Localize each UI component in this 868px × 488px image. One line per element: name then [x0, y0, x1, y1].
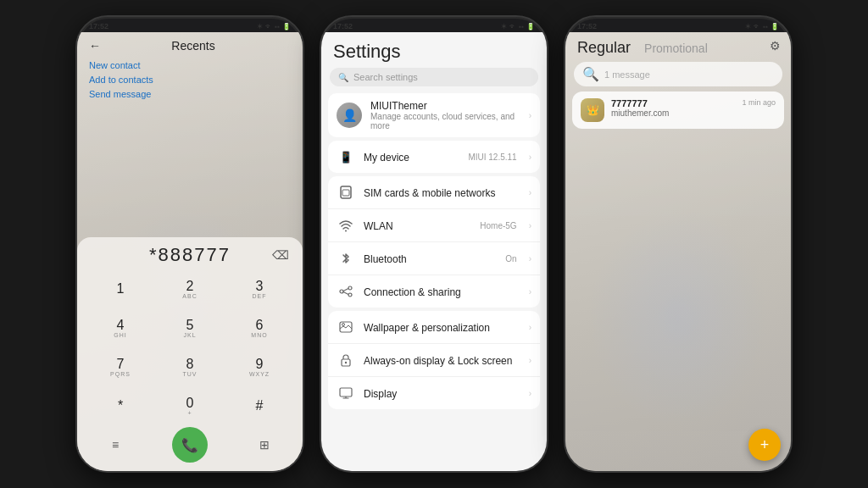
recents-title: Recents [108, 39, 279, 53]
sim-item[interactable]: SIM cards & mobile networks › [328, 176, 540, 209]
messages-tabs: Regular Promotional [565, 32, 791, 62]
dial-key-4[interactable]: 4 GHI [87, 310, 153, 346]
profile-section: 👤 MIUIThemer Manage accounts, cloud serv… [328, 93, 540, 137]
svg-point-2 [345, 230, 347, 232]
personalization-section: Wallpaper & personalization › Always-on … [328, 311, 540, 409]
wlan-text: WLAN [364, 218, 471, 233]
tab-regular[interactable]: Regular [577, 39, 631, 57]
dial-key-0[interactable]: 0 + [157, 388, 223, 424]
my-device-item[interactable]: 📱 My device MIUI 12.5.11 › [328, 141, 540, 173]
dialpad-button[interactable]: ⊞ [250, 430, 279, 459]
tab-promotional[interactable]: Promotional [644, 42, 708, 55]
device-text: My device [364, 149, 459, 164]
compose-button[interactable]: + [748, 429, 781, 461]
profile-sub: Manage accounts, cloud services, and mor… [370, 112, 520, 130]
display-icon [337, 384, 355, 402]
dial-key-5[interactable]: 5 JKL [157, 310, 223, 346]
chevron-icon: › [529, 287, 531, 297]
wallpaper-item[interactable]: Wallpaper & personalization › [328, 311, 540, 344]
lock-icon [337, 351, 355, 369]
new-contact-link[interactable]: New contact [89, 59, 291, 71]
display-item[interactable]: Display › [328, 377, 540, 409]
device-value: MIUI 12.5.11 [468, 152, 516, 162]
time-2: 17:52 [333, 22, 353, 30]
connection-item[interactable]: Connection & sharing › [328, 275, 540, 308]
dialer-area: *888777 ⌫ 1 2 ABC 3 DEF [77, 237, 303, 471]
status-bar-3: 17:52 ✶ ᯤ ▪▪ 🔋 [565, 17, 791, 32]
svg-line-6 [343, 289, 348, 291]
chevron-icon: › [529, 152, 531, 162]
settings-search[interactable]: 🔍 Search settings [330, 68, 538, 86]
send-message-link[interactable]: Send message [89, 88, 291, 100]
status-icons-1: ✶ ᯤ ▪▪ 🔋 [257, 23, 291, 30]
time-1: 17:52 [89, 22, 108, 30]
sim-icon [337, 183, 355, 202]
dialer-content: ← Recents New contact Add to contacts Se… [77, 32, 303, 471]
call-button[interactable]: 📞 [172, 427, 208, 463]
wallpaper-text: Wallpaper & personalization [364, 319, 520, 335]
dial-key-9[interactable]: 9 WXYZ [226, 349, 292, 385]
dial-key-7[interactable]: 7 PQRS [87, 349, 153, 385]
message-search[interactable]: 🔍 1 message [574, 62, 782, 86]
add-to-contacts-link[interactable]: Add to contacts [89, 74, 291, 86]
wlan-item[interactable]: WLAN Home-5G › [328, 209, 540, 242]
phone-messages: 17:52 ✶ ᯤ ▪▪ 🔋 ⚙ Regular Promotional 🔍 1… [564, 15, 793, 473]
search-placeholder-msg: 1 message [604, 69, 650, 80]
back-button[interactable]: ← [89, 39, 101, 53]
network-section: SIM cards & mobile networks › [328, 176, 540, 308]
menu-button[interactable]: ≡ [101, 430, 130, 459]
messages-screen: ⚙ Regular Promotional 🔍 1 message 👑 7777… [565, 32, 791, 471]
dial-key-8[interactable]: 8 TUV [157, 349, 223, 385]
wlan-value: Home-5G [480, 221, 516, 230]
wallpaper-icon [337, 318, 355, 336]
settings-title: Settings [321, 32, 547, 68]
dial-key-3[interactable]: 3 DEF [226, 271, 292, 307]
chevron-icon: › [529, 221, 531, 230]
dialer-input-row: *888777 ⌫ [84, 244, 296, 266]
dial-actions: ≡ 📞 ⊞ [84, 424, 296, 463]
message-time: 1 min ago [742, 98, 776, 107]
svg-rect-12 [340, 388, 352, 396]
dial-key-6[interactable]: 6 MNO [226, 310, 292, 346]
svg-point-3 [340, 290, 343, 293]
message-item[interactable]: 👑 7777777 miuthemer.com 1 min ago [572, 92, 784, 129]
bluetooth-text: Bluetooth [364, 251, 497, 266]
gear-icon[interactable]: ⚙ [770, 39, 781, 53]
chevron-icon: › [529, 323, 531, 332]
lock-screen-text: Always-on display & Lock screen [364, 352, 520, 368]
dialpad: 1 2 ABC 3 DEF 4 GHI [84, 271, 296, 424]
profile-name: MIUIThemer [370, 100, 520, 112]
chevron-icon: › [529, 254, 531, 263]
dial-key-star[interactable]: * [87, 388, 153, 424]
bluetooth-value: On [505, 254, 516, 263]
svg-point-4 [348, 286, 352, 290]
messages-content: ⚙ Regular Promotional 🔍 1 message 👑 7777… [565, 32, 791, 471]
device-section: 📱 My device MIUI 12.5.11 › [328, 141, 540, 173]
chevron-icon: › [529, 111, 531, 120]
bluetooth-item[interactable]: Bluetooth On › [328, 242, 540, 275]
message-preview: miuthemer.com [611, 108, 735, 118]
plus-icon: + [760, 436, 770, 454]
search-icon-msg: 🔍 [582, 66, 599, 82]
wlan-label: WLAN [364, 220, 393, 232]
bluetooth-icon [337, 249, 355, 268]
profile-item[interactable]: 👤 MIUIThemer Manage accounts, cloud serv… [328, 93, 540, 137]
dial-key-2[interactable]: 2 ABC [157, 271, 223, 307]
device-label: My device [364, 152, 409, 164]
device-icon: 📱 [337, 147, 355, 166]
svg-point-11 [345, 362, 347, 363]
dial-key-hash[interactable]: # [226, 388, 292, 424]
dialer-screen: ← Recents New contact Add to contacts Se… [77, 32, 303, 471]
profile-text: MIUIThemer Manage accounts, cloud servic… [370, 100, 520, 130]
lock-screen-item[interactable]: Always-on display & Lock screen › [328, 344, 540, 377]
delete-button[interactable]: ⌫ [272, 248, 289, 262]
status-bar-2: 17:52 ✶ ᯤ ▪▪ 🔋 [321, 17, 547, 32]
display-label: Display [364, 388, 397, 400]
menu-icon: ≡ [112, 438, 119, 452]
avatar: 👤 [337, 103, 362, 128]
chevron-icon: › [529, 188, 531, 197]
phone-icon: 📞 [181, 437, 198, 453]
dial-key-1[interactable]: 1 [87, 271, 153, 307]
status-icons-2: ✶ ᯤ ▪▪ 🔋 [501, 23, 535, 30]
message-body: 7777777 miuthemer.com [611, 98, 735, 118]
